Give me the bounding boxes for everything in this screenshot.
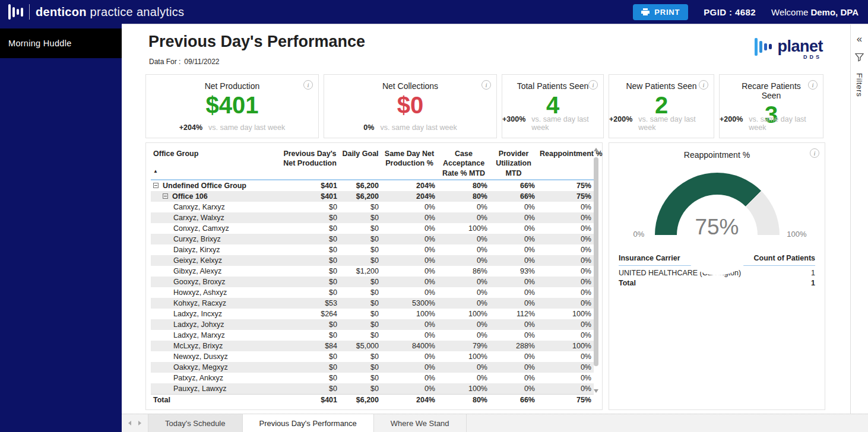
app-header: denticon practice analytics PRINT PGID :… — [0, 0, 868, 24]
cell-value: 0% — [381, 287, 438, 298]
table-row[interactable]: Canxyz, Karxyz$0$00%0%0%0% — [151, 202, 594, 212]
info-icon[interactable] — [588, 80, 598, 90]
column-header-reappointment[interactable]: Reappointment % — [537, 147, 594, 180]
table-row[interactable]: Newxyz, Dusxyz$0$00%100%0%0% — [151, 351, 594, 362]
cell-value: $0 — [280, 212, 340, 223]
table-row[interactable]: Office 106$401$6,200204%80%66%75% — [151, 191, 594, 202]
filter-funnel-icon[interactable] — [855, 53, 864, 64]
kpi-card-total-patients-seen: Total Patients Seen 4 +300%vs. same day … — [502, 74, 604, 138]
table-row[interactable]: Daixyz, Kirxyz$0$00%0%0%0% — [151, 244, 594, 255]
tab-todays-schedule[interactable]: Today's Schedule — [148, 414, 243, 432]
data-for-date: 09/11/2022 — [184, 58, 219, 66]
column-header-daily-goal[interactable]: Daily Goal — [340, 147, 381, 180]
cell-value: 0% — [490, 330, 537, 341]
print-button[interactable]: PRINT — [633, 4, 688, 20]
column-header-case-acceptance[interactable]: Case Acceptance Rate % MTD — [438, 147, 490, 180]
kpi-title: Net Collections — [368, 81, 452, 91]
cell-value: $0 — [340, 319, 381, 330]
table-row[interactable]: Oakxyz, Megxyz$0$00%0%0%0% — [151, 362, 594, 373]
kpi-note: vs. same day last week — [380, 123, 457, 132]
tab-previous-days-performance[interactable]: Previous Day's Performance — [243, 414, 374, 432]
table-row[interactable]: Ladxyz, Johxyz$0$00%0%0%0% — [151, 319, 594, 330]
tab-where-we-stand[interactable]: Where We Stand — [374, 414, 467, 432]
welcome-user: Demo, DPA — [810, 7, 859, 17]
table-row[interactable]: Conxyz, Camxyz$0$00%100%0%0% — [151, 223, 594, 234]
table-header-row: Office Group Previous Day's Net Producti… — [151, 147, 594, 180]
previous-page-icon[interactable] — [128, 421, 131, 425]
cell-value: $0 — [280, 266, 340, 277]
info-icon[interactable] — [303, 80, 313, 90]
table-scrollbar[interactable] — [593, 148, 600, 393]
cell-value: 288% — [490, 341, 537, 351]
total-label: Total — [151, 394, 280, 405]
cell-value: 0% — [490, 319, 537, 330]
cell-value: $0 — [340, 234, 381, 244]
table-row[interactable]: Carxyz, Walxyz$0$00%0%0%0% — [151, 212, 594, 223]
scrollbar-thumb[interactable] — [594, 157, 598, 366]
total-value: 204% — [381, 394, 438, 405]
scroll-up-icon[interactable] — [594, 148, 598, 151]
info-icon[interactable] — [808, 80, 818, 90]
cell-value: $0 — [280, 373, 340, 383]
table-row[interactable]: Gibxyz, Alexyz$0$1,2000%86%93%0% — [151, 266, 594, 277]
cell-value: 0% — [381, 212, 438, 223]
row-label: Undefined Office Group — [151, 180, 280, 191]
total-value: $401 — [280, 394, 340, 405]
table-row[interactable]: Patxyz, Ankxyz$0$00%0%0%0% — [151, 373, 594, 383]
info-icon[interactable] — [699, 80, 708, 90]
table-row[interactable]: Ladxyz, Incxyz$264$0100%100%112%100% — [151, 309, 594, 319]
total-value: 66% — [490, 394, 537, 405]
scroll-down-icon[interactable] — [594, 389, 598, 393]
row-label: McLxyz, Brixyz — [151, 341, 280, 351]
cell-value: 80% — [438, 191, 490, 202]
report-page-tabs: Today's Schedule Previous Day's Performa… — [122, 414, 868, 432]
table-row[interactable]: Ladxyz, Marxyz$0$00%0%0%0% — [151, 330, 594, 341]
column-header-provider-utilization[interactable]: Provider Utilization MTD — [490, 147, 537, 180]
collapse-row-icon[interactable] — [153, 183, 159, 188]
table-row[interactable]: Howxyz, Ashxyz$0$00%0%0%0% — [151, 287, 594, 298]
cell-value: 0% — [537, 277, 594, 287]
column-header-same-day-net-production[interactable]: Same Day Net Production % — [381, 147, 438, 180]
cell-value: $0 — [340, 223, 381, 234]
kpi-title: New Patients Seen — [612, 81, 711, 91]
next-page-icon[interactable] — [138, 421, 141, 425]
collapse-row-icon[interactable] — [163, 193, 168, 199]
filters-pane-collapsed: Filters — [850, 24, 868, 414]
table-row[interactable]: Curxyz, Brixyz$0$00%0%0%0% — [151, 234, 594, 244]
table-row[interactable]: Geixyz, Kelxyz$0$00%0%0%0% — [151, 255, 594, 266]
row-label: Ladxyz, Johxyz — [151, 319, 280, 330]
kpi-delta: +200% — [720, 115, 743, 132]
page-title: Previous Day's Performance — [148, 33, 365, 51]
cell-value: 0% — [381, 244, 438, 255]
table-row[interactable]: Gooxyz, Broxyz$0$00%0%0%0% — [151, 277, 594, 287]
data-for-label: Data For : — [149, 58, 180, 66]
row-label: Gibxyz, Alexyz — [151, 266, 280, 277]
denticon-logo: denticon practice analytics — [8, 4, 184, 20]
table-row[interactable]: Pauxyz, Lawxyz$0$00%100%0%0% — [151, 383, 594, 395]
cell-value: $0 — [340, 202, 381, 212]
table-row[interactable]: McLxyz, Brixyz$84$5,0008400%79%288%100% — [151, 341, 594, 351]
filters-pane-label[interactable]: Filters — [855, 73, 864, 97]
logo-divider — [29, 4, 30, 20]
column-header-office-group[interactable]: Office Group — [151, 147, 280, 180]
reappointment-card: Reappointment % 75% 0% 100% Insurance Ca… — [609, 142, 825, 410]
cell-value: 0% — [438, 255, 490, 266]
info-icon[interactable] — [481, 80, 491, 90]
info-icon[interactable] — [810, 148, 819, 158]
table-row[interactable]: Kohxyz, Racxyz$53$05300%0%0%0% — [151, 298, 594, 309]
sidebar-item-morning-huddle[interactable]: Morning Huddle — [0, 28, 122, 58]
insurance-count: 1 — [811, 269, 815, 277]
kpi-title: Recare Patients Seen — [720, 81, 823, 100]
kpi-card-net-collections: Net Collections $0 0%vs. same day last w… — [324, 74, 497, 138]
pgid-label: PGID : 4682 — [704, 7, 756, 17]
cell-value: $0 — [280, 330, 340, 341]
print-button-label: PRINT — [654, 8, 680, 17]
insurance-total-count: 1 — [811, 279, 815, 287]
cell-value: 0% — [490, 351, 537, 362]
column-header-prev-day-net-production[interactable]: Previous Day's Net Production — [280, 147, 340, 180]
table-row[interactable]: Undefined Office Group$401$6,200204%80%6… — [151, 180, 594, 191]
cell-value: 0% — [537, 244, 594, 255]
cell-value: $0 — [340, 255, 381, 266]
cell-value: 100% — [381, 309, 438, 319]
expand-pane-icon[interactable] — [857, 34, 862, 44]
